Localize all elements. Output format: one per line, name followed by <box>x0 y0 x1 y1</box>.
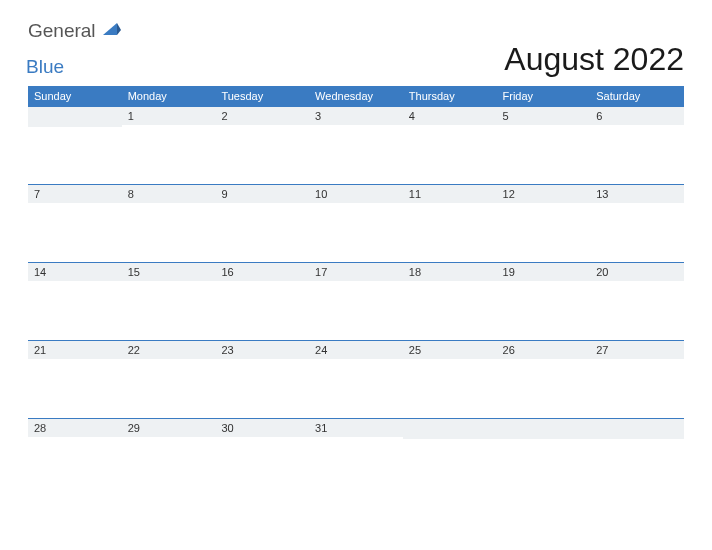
date-number: 31 <box>309 419 403 437</box>
date-cell: 17 <box>309 263 403 341</box>
date-number: 15 <box>122 263 216 281</box>
date-number: 23 <box>215 341 309 359</box>
date-number: 19 <box>497 263 591 281</box>
date-cell: 28 <box>28 419 122 497</box>
date-number: 4 <box>403 107 497 125</box>
date-number: 2 <box>215 107 309 125</box>
calendar-grid: Sunday Monday Tuesday Wednesday Thursday… <box>28 86 684 497</box>
date-cell <box>590 419 684 497</box>
date-cell: 21 <box>28 341 122 419</box>
calendar-week-row: 1 2 3 4 5 6 <box>28 107 684 185</box>
weekday-header-row: Sunday Monday Tuesday Wednesday Thursday… <box>28 86 684 107</box>
date-number: 10 <box>309 185 403 203</box>
date-number: 8 <box>122 185 216 203</box>
date-number: 21 <box>28 341 122 359</box>
date-cell: 10 <box>309 185 403 263</box>
date-cell: 25 <box>403 341 497 419</box>
weekday-header: Monday <box>122 86 216 107</box>
date-number: 18 <box>403 263 497 281</box>
header: General Blue August 2022 <box>28 28 684 78</box>
date-number: 26 <box>497 341 591 359</box>
date-cell: 8 <box>122 185 216 263</box>
date-number: 20 <box>590 263 684 281</box>
date-cell: 27 <box>590 341 684 419</box>
date-number: 24 <box>309 341 403 359</box>
date-cell: 9 <box>215 185 309 263</box>
calendar-week-row: 21 22 23 24 25 26 27 <box>28 341 684 419</box>
date-number: 1 <box>122 107 216 125</box>
date-cell: 23 <box>215 341 309 419</box>
date-cell: 1 <box>122 107 216 185</box>
date-cell: 19 <box>497 263 591 341</box>
date-cell: 3 <box>309 107 403 185</box>
date-number: 22 <box>122 341 216 359</box>
date-cell <box>28 107 122 185</box>
date-number: 30 <box>215 419 309 437</box>
date-cell: 30 <box>215 419 309 497</box>
date-cell <box>497 419 591 497</box>
date-cell: 13 <box>590 185 684 263</box>
weekday-header: Friday <box>497 86 591 107</box>
brand-logo: General Blue <box>28 20 121 78</box>
date-cell: 29 <box>122 419 216 497</box>
calendar-body: 1 2 3 4 5 6 7 8 9 10 11 12 13 14 15 16 1… <box>28 107 684 497</box>
date-number: 28 <box>28 419 122 437</box>
date-cell: 24 <box>309 341 403 419</box>
date-cell: 26 <box>497 341 591 419</box>
brand-word-1: General <box>28 20 96 41</box>
date-number: 12 <box>497 185 591 203</box>
date-cell: 31 <box>309 419 403 497</box>
date-cell: 22 <box>122 341 216 419</box>
date-cell: 12 <box>497 185 591 263</box>
date-number: 9 <box>215 185 309 203</box>
date-number <box>403 419 497 439</box>
date-cell: 18 <box>403 263 497 341</box>
date-cell: 15 <box>122 263 216 341</box>
date-cell: 4 <box>403 107 497 185</box>
date-number: 29 <box>122 419 216 437</box>
date-cell: 20 <box>590 263 684 341</box>
date-number: 16 <box>215 263 309 281</box>
date-cell: 7 <box>28 185 122 263</box>
date-number: 25 <box>403 341 497 359</box>
date-cell: 6 <box>590 107 684 185</box>
date-number <box>28 107 122 127</box>
weekday-header: Sunday <box>28 86 122 107</box>
date-number: 7 <box>28 185 122 203</box>
date-number: 17 <box>309 263 403 281</box>
calendar-week-row: 7 8 9 10 11 12 13 <box>28 185 684 263</box>
calendar-title: August 2022 <box>504 41 684 78</box>
weekday-header: Tuesday <box>215 86 309 107</box>
date-cell: 2 <box>215 107 309 185</box>
date-number <box>590 419 684 439</box>
date-cell: 14 <box>28 263 122 341</box>
weekday-header: Thursday <box>403 86 497 107</box>
date-number: 3 <box>309 107 403 125</box>
date-cell: 11 <box>403 185 497 263</box>
calendar-week-row: 14 15 16 17 18 19 20 <box>28 263 684 341</box>
date-number: 5 <box>497 107 591 125</box>
date-number: 14 <box>28 263 122 281</box>
date-number: 6 <box>590 107 684 125</box>
logo-triangle-icon <box>103 23 121 41</box>
date-number <box>497 419 591 439</box>
calendar-week-row: 28 29 30 31 <box>28 419 684 497</box>
date-cell: 5 <box>497 107 591 185</box>
date-cell <box>403 419 497 497</box>
date-number: 13 <box>590 185 684 203</box>
brand-word-2: Blue <box>26 56 121 78</box>
weekday-header: Wednesday <box>309 86 403 107</box>
date-number: 27 <box>590 341 684 359</box>
date-number: 11 <box>403 185 497 203</box>
weekday-header: Saturday <box>590 86 684 107</box>
date-cell: 16 <box>215 263 309 341</box>
